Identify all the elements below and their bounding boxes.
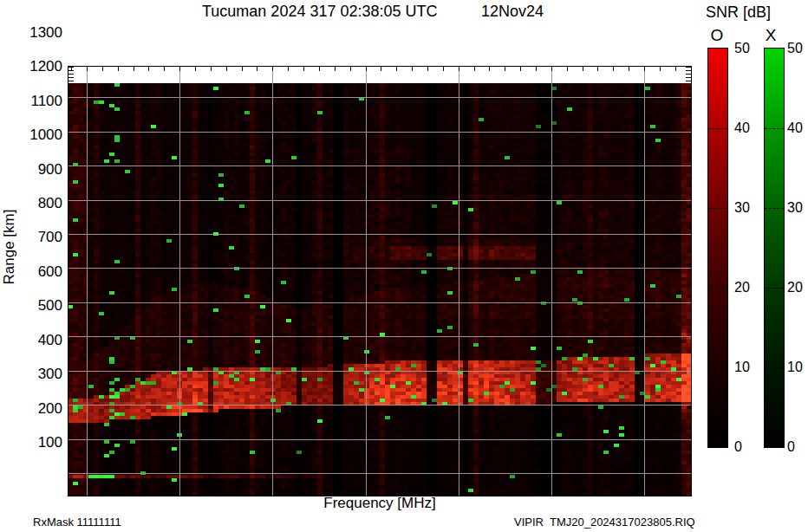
- colorbar-x-gradient: [764, 48, 785, 448]
- colorbar-x-mode-label: X: [760, 26, 781, 45]
- y-tick-label: 400: [0, 332, 62, 349]
- colorbar-tick-mark: [765, 367, 784, 368]
- colorbar-tick-mark: [708, 367, 727, 368]
- colorbar-tick-label: 40: [787, 120, 808, 136]
- colorbar-tick-label: 20: [734, 280, 760, 295]
- y-tick-label: 500: [0, 297, 62, 315]
- colorbar-tick-label: 10: [787, 360, 808, 375]
- y-tick-label: 300: [0, 366, 62, 383]
- y-tick-label: 700: [0, 229, 62, 246]
- colorbar-tick-mark: [765, 128, 784, 129]
- colorbar-o-gradient: [707, 48, 728, 448]
- y-tick-label: 800: [0, 195, 62, 212]
- colorbar-tick-label: 0: [734, 439, 760, 455]
- y-tick-label: 1200: [0, 58, 62, 75]
- colorbar-tick-label: 10: [734, 360, 760, 375]
- colorbar-title: SNR [dB]: [706, 3, 771, 22]
- ionogram-heatmap: [68, 66, 692, 496]
- chart-title: Tucuman 2024 317 02:38:05 UTC: [202, 3, 438, 21]
- colorbar-tick-label: 0: [787, 439, 808, 455]
- y-tick-label: 100: [0, 434, 62, 451]
- chart-date: 12Nov24: [481, 3, 544, 21]
- colorbar-tick-mark: [765, 208, 784, 209]
- y-tick-label: 1300: [0, 24, 62, 42]
- colorbar-tick-label: 30: [734, 200, 760, 216]
- y-tick-label: 1100: [0, 93, 62, 110]
- colorbar-tick-mark: [708, 128, 727, 129]
- colorbar-tick-mark: [765, 288, 784, 289]
- colorbar-tick-label: 30: [787, 200, 808, 216]
- y-tick-label: 1000: [0, 127, 62, 144]
- colorbar-tick-mark: [708, 288, 727, 289]
- colorbar-tick-label: 50: [734, 41, 760, 56]
- y-tick-label: 900: [0, 161, 62, 178]
- colorbar-tick-label: 20: [787, 280, 808, 295]
- ionogram-app: Tucuman 2024 317 02:38:05 UTC 12Nov24 SN…: [0, 0, 808, 532]
- colorbar-tick-mark: [708, 208, 727, 209]
- y-tick-label: 200: [0, 400, 62, 418]
- footer-filename: VIPIR TMJ20_2024317023805.RIQ: [514, 516, 695, 529]
- colorbar-tick-label: 40: [734, 120, 760, 136]
- y-tick-label: 600: [0, 263, 62, 281]
- colorbar-tick-label: 50: [787, 41, 808, 56]
- plot-frame: [68, 35, 692, 528]
- footer-rxmask: RxMask 11111111: [33, 516, 121, 529]
- colorbar-o-mode-label: O: [707, 26, 727, 45]
